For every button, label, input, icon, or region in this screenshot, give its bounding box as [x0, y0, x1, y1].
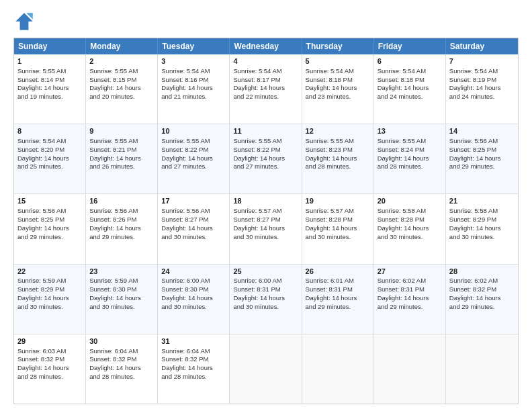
table-row: 29Sunrise: 6:03 AMSunset: 8:32 PMDayligh…	[14, 334, 86, 404]
table-row: 15Sunrise: 5:56 AMSunset: 8:25 PMDayligh…	[14, 194, 86, 263]
calendar-row-3: 15Sunrise: 5:56 AMSunset: 8:25 PMDayligh…	[14, 193, 518, 263]
day-info: Daylight: 14 hours	[17, 154, 82, 163]
day-number: 5	[306, 56, 370, 66]
header-thursday: Thursday	[302, 38, 374, 54]
day-number: 29	[17, 336, 82, 347]
day-info: Sunrise: 5:59 AM	[17, 277, 82, 285]
day-info: and 30 minutes.	[161, 233, 226, 242]
day-info: Sunset: 8:15 PM	[89, 76, 154, 85]
day-info: Daylight: 14 hours	[89, 84, 154, 93]
day-info: and 25 minutes.	[17, 163, 82, 171]
table-row: 20Sunrise: 5:58 AMSunset: 8:28 PMDayligh…	[374, 194, 446, 263]
day-info: Daylight: 14 hours	[161, 364, 226, 373]
day-info: Sunset: 8:30 PM	[161, 285, 226, 294]
table-row: 27Sunrise: 6:02 AMSunset: 8:31 PMDayligh…	[374, 265, 446, 334]
day-info: Sunrise: 5:54 AM	[378, 67, 442, 76]
day-number: 9	[89, 126, 154, 136]
day-info: and 30 minutes.	[89, 303, 154, 312]
table-row: 8Sunrise: 5:54 AMSunset: 8:20 PMDaylight…	[14, 124, 86, 193]
day-info: and 23 minutes.	[306, 93, 370, 101]
day-info: Daylight: 14 hours	[378, 84, 442, 93]
header	[13, 11, 519, 32]
table-row: 2Sunrise: 5:55 AMSunset: 8:15 PMDaylight…	[86, 54, 158, 124]
day-number: 20	[378, 196, 442, 206]
day-info: Daylight: 14 hours	[233, 294, 298, 303]
day-info: Sunrise: 6:04 AM	[161, 347, 226, 356]
day-info: and 30 minutes.	[17, 303, 82, 312]
day-info: Daylight: 14 hours	[161, 84, 226, 93]
day-info: Daylight: 14 hours	[378, 154, 442, 163]
day-info: Sunset: 8:32 PM	[89, 355, 154, 364]
day-info: Sunset: 8:19 PM	[449, 76, 515, 85]
table-row	[374, 334, 446, 404]
table-row: 14Sunrise: 5:56 AMSunset: 8:25 PMDayligh…	[446, 124, 518, 193]
day-info: Sunset: 8:14 PM	[17, 76, 82, 85]
day-info: and 28 minutes.	[17, 373, 82, 381]
day-info: and 30 minutes.	[161, 303, 226, 312]
table-row: 21Sunrise: 5:58 AMSunset: 8:29 PMDayligh…	[446, 194, 518, 263]
table-row: 23Sunrise: 5:59 AMSunset: 8:30 PMDayligh…	[86, 265, 158, 334]
table-row: 28Sunrise: 6:02 AMSunset: 8:32 PMDayligh…	[446, 265, 518, 334]
day-info: Daylight: 14 hours	[161, 294, 226, 303]
day-number: 30	[89, 336, 154, 347]
day-info: and 27 minutes.	[233, 163, 298, 171]
day-info: and 28 minutes.	[161, 373, 226, 381]
day-info: and 30 minutes.	[449, 233, 515, 242]
table-row: 30Sunrise: 6:04 AMSunset: 8:32 PMDayligh…	[86, 334, 158, 404]
day-info: Sunset: 8:29 PM	[449, 216, 515, 224]
day-info: Sunset: 8:31 PM	[233, 285, 298, 294]
day-info: Daylight: 14 hours	[449, 154, 515, 163]
day-info: Sunset: 8:30 PM	[89, 285, 154, 294]
day-number: 18	[233, 196, 298, 206]
day-info: Daylight: 14 hours	[233, 84, 298, 93]
logo	[13, 11, 38, 32]
day-number: 21	[449, 196, 515, 206]
day-info: Sunrise: 5:56 AM	[17, 207, 82, 216]
table-row: 4Sunrise: 5:54 AMSunset: 8:17 PMDaylight…	[230, 54, 302, 124]
day-info: Daylight: 14 hours	[449, 294, 515, 303]
day-info: Sunrise: 5:55 AM	[17, 67, 82, 76]
day-info: and 30 minutes.	[233, 303, 298, 312]
day-info: and 29 minutes.	[89, 233, 154, 242]
table-row: 12Sunrise: 5:55 AMSunset: 8:23 PMDayligh…	[302, 124, 374, 193]
day-info: Daylight: 14 hours	[306, 294, 370, 303]
day-info: Daylight: 14 hours	[161, 154, 226, 163]
table-row: 24Sunrise: 6:00 AMSunset: 8:30 PMDayligh…	[158, 265, 230, 334]
table-row: 26Sunrise: 6:01 AMSunset: 8:31 PMDayligh…	[302, 265, 374, 334]
day-info: and 29 minutes.	[306, 303, 370, 312]
table-row: 10Sunrise: 5:55 AMSunset: 8:22 PMDayligh…	[158, 124, 230, 193]
calendar: Sunday Monday Tuesday Wednesday Thursday…	[13, 38, 519, 404]
day-info: Sunset: 8:18 PM	[306, 76, 370, 85]
day-number: 25	[233, 267, 298, 277]
day-number: 22	[17, 267, 82, 277]
day-info: Sunset: 8:22 PM	[233, 146, 298, 154]
table-row: 25Sunrise: 6:00 AMSunset: 8:31 PMDayligh…	[230, 265, 302, 334]
day-info: and 24 minutes.	[449, 93, 515, 101]
day-info: Sunset: 8:26 PM	[89, 216, 154, 224]
table-row: 9Sunrise: 5:55 AMSunset: 8:21 PMDaylight…	[86, 124, 158, 193]
day-info: Sunrise: 5:58 AM	[378, 207, 442, 216]
day-info: and 29 minutes.	[449, 303, 515, 312]
header-sunday: Sunday	[14, 38, 86, 54]
day-info: Sunrise: 5:58 AM	[449, 207, 515, 216]
day-info: and 30 minutes.	[233, 233, 298, 242]
day-info: Sunset: 8:29 PM	[17, 285, 82, 294]
day-info: Daylight: 14 hours	[17, 224, 82, 233]
day-info: Daylight: 14 hours	[17, 84, 82, 93]
day-number: 28	[449, 267, 515, 277]
day-number: 1	[17, 56, 82, 66]
table-row: 22Sunrise: 5:59 AMSunset: 8:29 PMDayligh…	[14, 265, 86, 334]
day-info: Sunrise: 5:54 AM	[161, 67, 226, 76]
day-info: Sunset: 8:17 PM	[233, 76, 298, 85]
day-info: Daylight: 14 hours	[89, 154, 154, 163]
day-info: Sunset: 8:20 PM	[17, 146, 82, 154]
day-number: 24	[161, 267, 226, 277]
table-row: 5Sunrise: 5:54 AMSunset: 8:18 PMDaylight…	[302, 54, 374, 124]
day-info: Sunrise: 6:03 AM	[17, 347, 82, 356]
calendar-row-2: 8Sunrise: 5:54 AMSunset: 8:20 PMDaylight…	[14, 124, 518, 193]
day-number: 11	[233, 126, 298, 136]
day-info: Sunrise: 5:56 AM	[161, 207, 226, 216]
day-info: and 21 minutes.	[161, 93, 226, 101]
day-number: 19	[306, 196, 370, 206]
header-friday: Friday	[374, 38, 446, 54]
